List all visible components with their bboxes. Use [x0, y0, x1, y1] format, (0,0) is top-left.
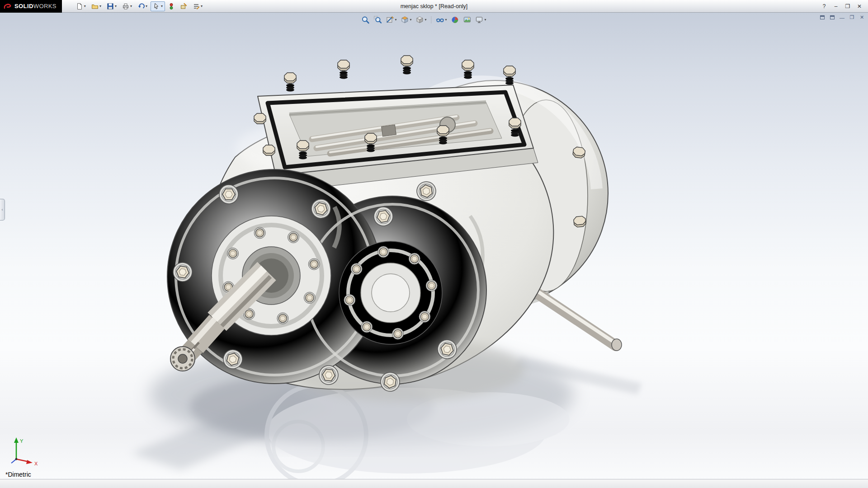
new-document-icon	[76, 3, 83, 10]
dropdown-caret[interactable]: ▾	[445, 18, 447, 22]
window-controls: ? – ❐ ✕	[819, 2, 868, 10]
reference-geometry-icon	[180, 3, 187, 10]
zoom-to-area-icon	[373, 16, 382, 24]
document-window-controls: — ❐ ✕	[819, 14, 865, 21]
edit-appearance-icon	[451, 16, 459, 24]
graphics-area[interactable]: ▾ ▾ ▾ ▾	[0, 13, 868, 479]
open-icon	[91, 3, 99, 10]
triad-x-arrow	[26, 460, 33, 464]
status-bar	[0, 479, 868, 488]
previous-document-icon[interactable]	[819, 14, 826, 21]
triad-x-label: X	[34, 461, 38, 466]
dropdown-caret[interactable]: ▾	[161, 5, 163, 8]
view-orientation-cube-icon	[401, 16, 409, 24]
orientation-triad[interactable]: Y X	[6, 433, 44, 469]
next-document-icon[interactable]	[829, 14, 835, 21]
selection-filter-icon	[168, 3, 175, 10]
title-bar: SOLIDWORKS ▾ ▾ ▾ ▾	[0, 0, 868, 13]
triad-y-arrow	[14, 437, 19, 443]
window-title: menjac sklop * [Read-only]	[401, 0, 468, 13]
selection-filter-button[interactable]	[166, 1, 177, 11]
view-orientation-button[interactable]: ▾	[399, 15, 413, 25]
zoom-to-fit-icon	[361, 16, 369, 24]
view-orientation-label: *Dimetric	[5, 471, 31, 478]
apply-scene-icon	[463, 16, 471, 24]
section-view-button[interactable]: ▾	[384, 15, 398, 25]
zoom-to-area-button[interactable]	[372, 15, 383, 25]
dropdown-caret[interactable]: ▾	[395, 18, 396, 22]
select-tool-button[interactable]: ▾	[151, 1, 165, 11]
open-button[interactable]: ▾	[89, 1, 104, 11]
save-button[interactable]: ▾	[104, 1, 119, 11]
display-style-button[interactable]: ▾	[414, 15, 428, 25]
view-settings-icon	[475, 16, 483, 24]
section-view-icon	[386, 16, 394, 24]
hide-show-glasses-icon	[436, 16, 444, 24]
hide-show-items-button[interactable]: ▾	[434, 15, 448, 25]
dropdown-caret[interactable]: ▾	[84, 5, 86, 8]
brand-works: WORKS	[33, 3, 57, 9]
new-document-button[interactable]: ▾	[74, 1, 88, 11]
dropdown-caret[interactable]: ▾	[99, 5, 101, 8]
solidworks-window: SOLIDWORKS ▾ ▾ ▾ ▾	[0, 0, 868, 488]
maximize-button[interactable]: ❐	[843, 2, 853, 10]
triad-y-label: Y	[20, 438, 24, 444]
ds-logo-icon	[3, 3, 12, 10]
document-restore-button[interactable]: ❐	[849, 14, 855, 21]
dropdown-caret[interactable]: ▾	[146, 5, 147, 8]
close-button[interactable]: ✕	[854, 2, 864, 10]
brand-text: SOLIDWORKS	[14, 3, 57, 9]
print-button[interactable]: ▾	[120, 1, 134, 11]
zoom-to-fit-button[interactable]	[360, 15, 371, 25]
display-style-icon	[415, 16, 424, 24]
feature-manager-collapsed-tab[interactable]: ‹	[0, 199, 5, 221]
dropdown-caret[interactable]: ▾	[410, 18, 411, 22]
options-icon	[193, 3, 200, 10]
brand-solid: SOLID	[14, 3, 33, 9]
document-close-button[interactable]: ✕	[859, 14, 865, 21]
undo-button[interactable]: ▾	[135, 1, 150, 11]
toolbar-separator	[431, 16, 431, 23]
undo-icon	[137, 3, 145, 10]
dropdown-caret[interactable]: ▾	[115, 5, 117, 8]
gearbox-3d-model[interactable]	[0, 13, 868, 479]
dropdown-caret[interactable]: ▾	[484, 18, 486, 22]
heads-up-view-toolbar: ▾ ▾ ▾ ▾	[360, 15, 487, 25]
save-icon	[107, 3, 114, 10]
dropdown-caret[interactable]: ▾	[201, 5, 203, 8]
reference-geometry-button[interactable]	[178, 1, 189, 11]
print-icon	[122, 3, 129, 10]
view-settings-button[interactable]: ▾	[474, 15, 487, 25]
main-toolbar: ▾ ▾ ▾ ▾ ▾	[62, 1, 205, 11]
output-flange	[339, 241, 442, 344]
document-minimize-button[interactable]: —	[839, 14, 845, 21]
minimize-button[interactable]: –	[831, 2, 841, 10]
dropdown-caret[interactable]: ▾	[130, 5, 132, 8]
help-button[interactable]: ?	[819, 2, 829, 10]
dropdown-caret[interactable]: ▾	[425, 18, 426, 22]
select-cursor-icon	[153, 3, 160, 10]
options-button[interactable]: ▾	[190, 1, 205, 11]
apply-scene-button[interactable]	[462, 15, 472, 25]
solidworks-logo: SOLIDWORKS	[0, 0, 62, 13]
edit-appearance-button[interactable]	[449, 15, 460, 25]
